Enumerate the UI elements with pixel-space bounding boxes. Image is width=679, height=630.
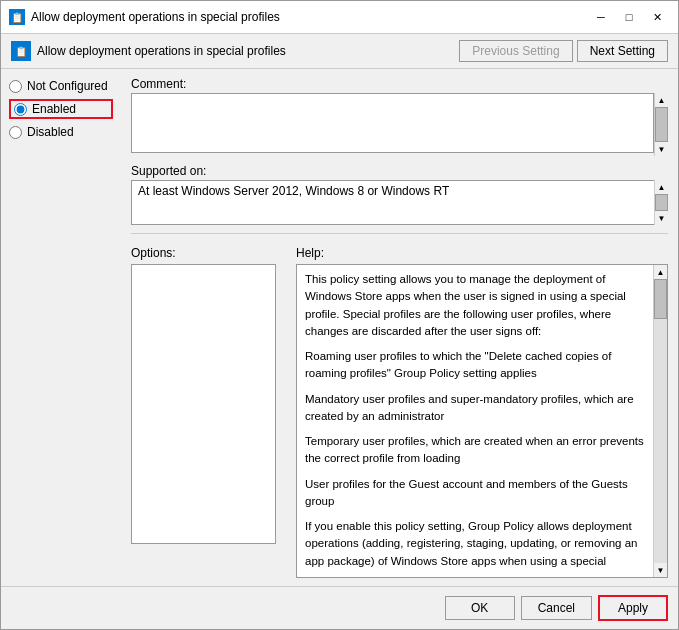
comment-label: Comment:: [131, 77, 668, 91]
comment-group: Comment: ▲ ▼: [131, 77, 668, 156]
supported-scroll-down[interactable]: ▼: [655, 211, 668, 225]
help-para-3: Mandatory user profiles and super-mandat…: [305, 391, 649, 426]
main-content: Not Configured Enabled Disabled Comment:: [1, 69, 678, 586]
supported-on-group: Supported on: At least Windows Server 20…: [131, 164, 668, 225]
options-box: [131, 264, 276, 544]
header-buttons: Previous Setting Next Setting: [459, 40, 668, 62]
help-text: This policy setting allows you to manage…: [297, 265, 667, 577]
bottom-section: Options: Help: This policy setting allow…: [131, 233, 668, 578]
comment-textarea[interactable]: [131, 93, 654, 153]
cancel-button[interactable]: Cancel: [521, 596, 592, 620]
left-panel: Not Configured Enabled Disabled: [1, 69, 121, 586]
radio-group: Not Configured Enabled Disabled: [9, 79, 113, 139]
next-setting-button[interactable]: Next Setting: [577, 40, 668, 62]
enabled-label: Enabled: [32, 102, 76, 116]
supported-on-value: At least Windows Server 2012, Windows 8 …: [131, 180, 668, 225]
header-bar: 📋 Allow deployment operations in special…: [1, 34, 678, 69]
scroll-up-arrow[interactable]: ▲: [655, 93, 668, 107]
supported-scroll-up[interactable]: ▲: [655, 180, 668, 194]
close-button[interactable]: ✕: [644, 7, 670, 27]
comment-scrollbar: ▲ ▼: [654, 93, 668, 156]
footer: OK Cancel Apply: [1, 586, 678, 629]
maximize-button[interactable]: □: [616, 7, 642, 27]
ok-button[interactable]: OK: [445, 596, 515, 620]
title-bar: 📋 Allow deployment operations in special…: [1, 1, 678, 34]
help-scroll-track: [654, 279, 667, 563]
supported-scroll-thumb: [655, 194, 668, 211]
supported-scrollbar: ▲ ▼: [654, 180, 668, 225]
window-icon: 📋: [9, 9, 25, 25]
enabled-radio-label[interactable]: Enabled: [9, 99, 113, 119]
previous-setting-button[interactable]: Previous Setting: [459, 40, 572, 62]
help-scrollbar: ▲ ▼: [653, 265, 667, 577]
header-icon: 📋: [11, 41, 31, 61]
not-configured-radio-label[interactable]: Not Configured: [9, 79, 113, 93]
help-scroll-thumb: [654, 279, 667, 319]
main-window: 📋 Allow deployment operations in special…: [0, 0, 679, 630]
help-para-4: Temporary user profiles, which are creat…: [305, 433, 649, 468]
right-panel: Comment: ▲ ▼ Supported on: At least Wind…: [121, 69, 678, 586]
header-title: Allow deployment operations in special p…: [37, 44, 286, 58]
minimize-button[interactable]: ─: [588, 7, 614, 27]
help-para-5: User profiles for the Guest account and …: [305, 476, 649, 511]
disabled-radio[interactable]: [9, 126, 22, 139]
help-scroll-up-button[interactable]: ▲: [654, 265, 667, 279]
apply-button[interactable]: Apply: [598, 595, 668, 621]
disabled-radio-label[interactable]: Disabled: [9, 125, 113, 139]
not-configured-label: Not Configured: [27, 79, 108, 93]
help-para-2: Roaming user profiles to which the "Dele…: [305, 348, 649, 383]
help-box: This policy setting allows you to manage…: [296, 264, 668, 578]
help-panel: Help: This policy setting allows you to …: [296, 240, 668, 578]
header-left: 📋 Allow deployment operations in special…: [11, 41, 286, 61]
supported-on-label: Supported on:: [131, 164, 668, 178]
window-title: Allow deployment operations in special p…: [31, 10, 582, 24]
help-scroll-down-button[interactable]: ▼: [654, 563, 667, 577]
enabled-radio[interactable]: [14, 103, 27, 116]
help-label: Help:: [296, 246, 668, 260]
help-para-1: This policy setting allows you to manage…: [305, 271, 649, 340]
options-panel: Options:: [131, 240, 286, 578]
options-label: Options:: [131, 246, 286, 260]
not-configured-radio[interactable]: [9, 80, 22, 93]
scroll-down-arrow[interactable]: ▼: [655, 142, 668, 156]
disabled-label: Disabled: [27, 125, 74, 139]
window-controls: ─ □ ✕: [588, 7, 670, 27]
scroll-thumb: [655, 107, 668, 142]
help-para-6: If you enable this policy setting, Group…: [305, 518, 649, 570]
